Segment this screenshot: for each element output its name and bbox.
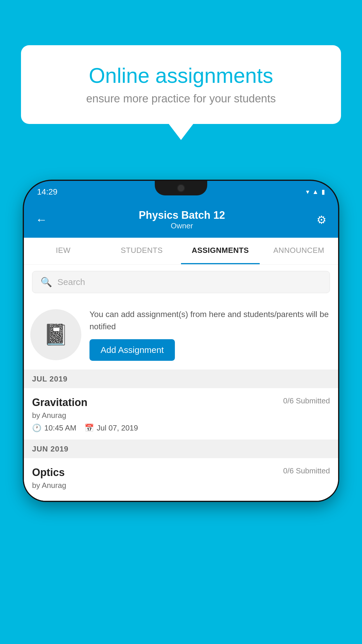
header-title-group: Physics Batch 12 Owner [139, 209, 225, 230]
settings-icon[interactable]: ⚙ [317, 214, 326, 226]
assignment-by: by Anurag [32, 411, 330, 420]
search-bar[interactable]: 🔍 Search [32, 271, 330, 293]
front-camera [177, 184, 185, 192]
section-jul-2019: JUL 2019 [24, 370, 338, 388]
phone-frame: 14:29 ▾ ▲ ▮ ← Physics Batch 12 Owner ⚙ I… [24, 181, 338, 501]
empty-description: You can add assignment(s) from here and … [89, 308, 330, 333]
assignment-optics-by: by Anurag [32, 481, 330, 490]
notebook-icon: 📓 [43, 323, 68, 346]
tabs-bar: IEW STUDENTS ASSIGNMENTS ANNOUNCEM [24, 238, 338, 265]
speech-bubble: Online assignments ensure more practice … [21, 45, 341, 124]
assignment-date-value: Jul 07, 2019 [97, 424, 138, 433]
assignment-date: 📅 Jul 07, 2019 [85, 424, 138, 433]
calendar-icon: 📅 [85, 424, 94, 433]
tab-assignments[interactable]: ASSIGNMENTS [181, 238, 260, 264]
speech-bubble-subtitle: ensure more practice for your students [43, 92, 319, 105]
speech-bubble-title: Online assignments [43, 64, 319, 87]
assignment-title: Gravitation [32, 396, 87, 409]
empty-text-area: You can add assignment(s) from here and … [89, 308, 330, 361]
speech-bubble-container: Online assignments ensure more practice … [21, 45, 341, 140]
content-area: 🔍 Search 📓 You can add assignment(s) fro… [24, 265, 338, 501]
wifi-icon: ▾ [306, 188, 309, 196]
status-time: 14:29 [37, 187, 57, 197]
assignment-meta: 🕐 10:45 AM 📅 Jul 07, 2019 [32, 424, 330, 433]
assignment-top-row: Gravitation 0/6 Submitted [32, 396, 330, 409]
empty-icon-circle: 📓 [30, 309, 81, 360]
battery-icon: ▮ [321, 188, 325, 196]
section-jun-2019: JUN 2019 [24, 440, 338, 458]
assignment-optics-title: Optics [32, 466, 65, 479]
batch-role: Owner [139, 221, 225, 230]
search-placeholder: Search [57, 277, 85, 287]
status-icons: ▾ ▲ ▮ [306, 188, 325, 196]
assignment-gravitation[interactable]: Gravitation 0/6 Submitted by Anurag 🕐 10… [24, 388, 338, 440]
signal-icon: ▲ [312, 188, 319, 196]
assignment-time-value: 10:45 AM [44, 424, 76, 433]
tab-iew[interactable]: IEW [24, 238, 103, 264]
clock-icon: 🕐 [32, 424, 41, 433]
back-button[interactable]: ← [36, 213, 47, 226]
tab-students[interactable]: STUDENTS [103, 238, 181, 264]
batch-title: Physics Batch 12 [139, 209, 225, 221]
empty-state-banner: 📓 You can add assignment(s) from here an… [24, 300, 338, 370]
assignment-submitted: 0/6 Submitted [283, 396, 330, 405]
tab-announcements[interactable]: ANNOUNCEM [260, 238, 338, 264]
assignment-optics[interactable]: Optics 0/6 Submitted by Anurag [24, 458, 338, 501]
assignment-optics-top-row: Optics 0/6 Submitted [32, 466, 330, 479]
assignment-optics-submitted: 0/6 Submitted [283, 466, 330, 475]
phone-wrapper: 14:29 ▾ ▲ ▮ ← Physics Batch 12 Owner ⚙ I… [24, 181, 338, 644]
status-bar: 14:29 ▾ ▲ ▮ [24, 181, 338, 203]
speech-bubble-arrow [169, 124, 193, 140]
add-assignment-button[interactable]: Add Assignment [89, 339, 175, 361]
phone-notch [155, 181, 207, 195]
search-icon: 🔍 [41, 276, 52, 288]
app-header: ← Physics Batch 12 Owner ⚙ [24, 203, 338, 238]
assignment-time: 🕐 10:45 AM [32, 424, 76, 433]
